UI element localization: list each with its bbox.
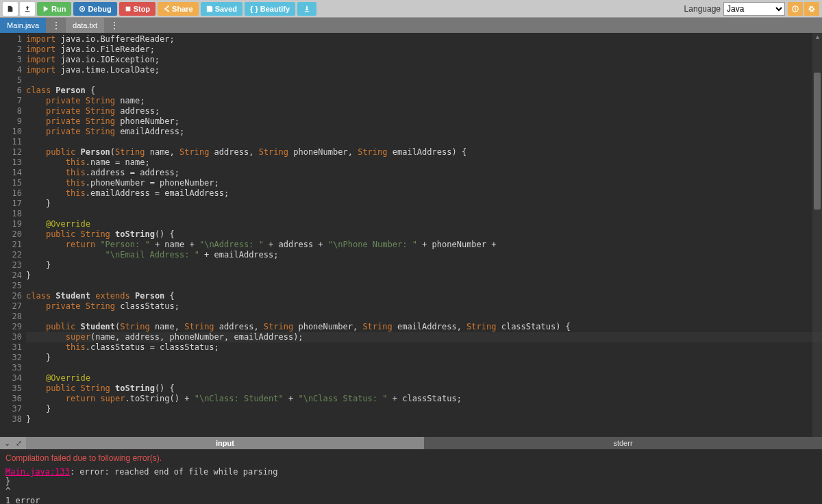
error-header: Compilation failed due to following erro… [5, 453, 817, 463]
share-button[interactable]: Share [158, 2, 199, 16]
code-area[interactable]: import java.io.BufferedReader;import jav… [26, 33, 822, 437]
saved-label: Saved [215, 5, 237, 13]
scroll-thumb[interactable] [814, 73, 821, 210]
info-button[interactable] [788, 2, 803, 16]
tab-label: data.txt [73, 21, 97, 29]
saved-button[interactable]: Saved [201, 2, 242, 16]
panel-controls: ⌄ ⤢ [0, 437, 26, 449]
main-toolbar: Run Debug Stop Share Saved { } Beautify … [0, 0, 822, 18]
debug-label: Debug [88, 5, 111, 13]
settings-button[interactable] [804, 2, 819, 16]
tab-menu-icon[interactable]: ⋮ [47, 21, 66, 30]
code-editor[interactable]: 1234567891011121314151617181920212223242… [0, 33, 822, 437]
share-label: Share [172, 5, 193, 13]
upload-button[interactable] [20, 2, 35, 16]
stop-label: Stop [134, 5, 150, 13]
input-tab[interactable]: input [26, 437, 424, 449]
scroll-up-icon[interactable]: ▴ [814, 33, 821, 40]
tab-main-java[interactable]: Main.java [0, 18, 46, 33]
svg-rect-4 [795, 8, 795, 10]
tab-menu-icon[interactable]: ⋮ [105, 21, 124, 30]
run-label: Run [51, 5, 66, 13]
download-button[interactable] [297, 2, 316, 16]
collapse-icon[interactable]: ⌄ [4, 439, 10, 448]
language-select[interactable]: Java [723, 2, 785, 16]
tab-label: Main.java [7, 21, 39, 29]
stderr-tab[interactable]: stderr [424, 437, 822, 449]
stop-button[interactable]: Stop [119, 2, 155, 16]
scrollbar[interactable]: ▴ [812, 33, 822, 437]
svg-point-1 [82, 8, 84, 10]
error-brace: } [5, 477, 817, 486]
language-label: Language [684, 4, 721, 14]
svg-rect-2 [125, 6, 130, 11]
error-location: Main.java:133 [5, 467, 70, 477]
new-file-button[interactable] [3, 2, 18, 16]
output-panel-tabs: ⌄ ⤢ input stderr [0, 437, 822, 449]
beautify-label: { } Beautify [250, 5, 290, 13]
error-message: : error: reached end of file while parsi… [70, 467, 277, 477]
tab-data-txt[interactable]: data.txt [66, 18, 104, 33]
debug-button[interactable]: Debug [73, 2, 116, 16]
error-line: Main.java:133: error: reached end of fil… [5, 467, 817, 477]
error-count: 1 error [5, 496, 817, 504]
line-gutter: 1234567891011121314151617181920212223242… [0, 33, 26, 437]
beautify-button[interactable]: { } Beautify [245, 2, 295, 16]
file-tabs: Main.java ⋮ data.txt ⋮ [0, 18, 822, 33]
expand-icon[interactable]: ⤢ [16, 439, 22, 448]
output-panel: Compilation failed due to following erro… [0, 449, 822, 504]
svg-rect-5 [795, 7, 795, 8]
run-button[interactable]: Run [37, 2, 71, 16]
error-caret: ^ [5, 486, 817, 496]
